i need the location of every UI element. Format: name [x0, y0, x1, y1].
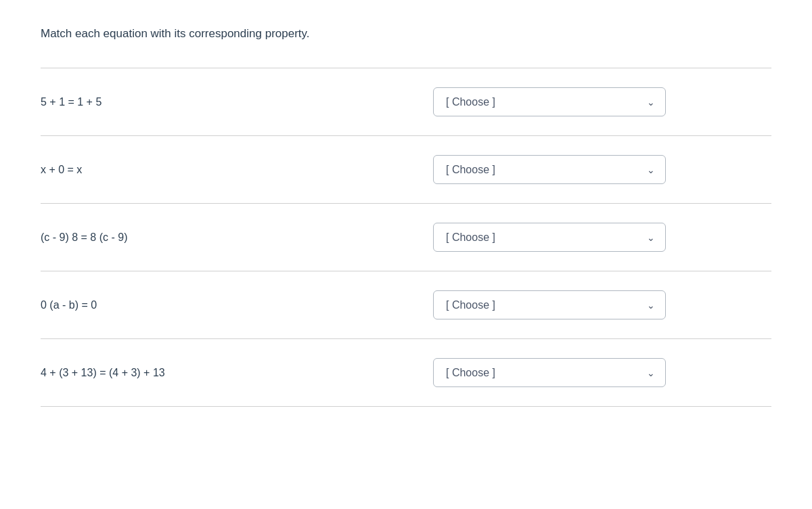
dropdown-wrapper-2: [ Choose ]Commutative Property of Additi… [433, 155, 666, 184]
equation-text-5: 4 + (3 + 13) = (4 + 3) + 13 [41, 367, 379, 379]
equation-row-3: (c - 9) 8 = 8 (c - 9)[ Choose ]Commutati… [41, 203, 771, 271]
equation-row-4: 0 (a - b) = 0[ Choose ]Commutative Prope… [41, 271, 771, 338]
equation-text-4: 0 (a - b) = 0 [41, 299, 379, 311]
dropdown-select-2[interactable]: [ Choose ]Commutative Property of Additi… [433, 155, 666, 184]
equation-row-2: x + 0 = x[ Choose ]Commutative Property … [41, 135, 771, 203]
dropdown-select-5[interactable]: [ Choose ]Commutative Property of Additi… [433, 358, 666, 387]
dropdown-select-3[interactable]: [ Choose ]Commutative Property of Additi… [433, 223, 666, 252]
equation-text-3: (c - 9) 8 = 8 (c - 9) [41, 231, 379, 244]
equation-text-1: 5 + 1 = 1 + 5 [41, 96, 379, 108]
dropdown-cell-5: [ Choose ]Commutative Property of Additi… [406, 358, 771, 387]
page-container: Match each equation with its correspondi… [0, 0, 812, 434]
dropdown-cell-1: [ Choose ]Commutative Property of Additi… [406, 87, 771, 116]
dropdown-wrapper-5: [ Choose ]Commutative Property of Additi… [433, 358, 666, 387]
dropdown-select-4[interactable]: [ Choose ]Commutative Property of Additi… [433, 290, 666, 319]
dropdown-wrapper-1: [ Choose ]Commutative Property of Additi… [433, 87, 666, 116]
dropdown-cell-3: [ Choose ]Commutative Property of Additi… [406, 223, 771, 252]
dropdown-wrapper-4: [ Choose ]Commutative Property of Additi… [433, 290, 666, 319]
dropdown-cell-4: [ Choose ]Commutative Property of Additi… [406, 290, 771, 319]
equation-row-5: 4 + (3 + 13) = (4 + 3) + 13[ Choose ]Com… [41, 338, 771, 407]
equation-text-2: x + 0 = x [41, 164, 379, 176]
instructions-text: Match each equation with its correspondi… [41, 27, 771, 41]
dropdown-select-1[interactable]: [ Choose ]Commutative Property of Additi… [433, 87, 666, 116]
equation-row-1: 5 + 1 = 1 + 5[ Choose ]Commutative Prope… [41, 68, 771, 135]
dropdown-cell-2: [ Choose ]Commutative Property of Additi… [406, 155, 771, 184]
dropdown-wrapper-3: [ Choose ]Commutative Property of Additi… [433, 223, 666, 252]
equation-table: 5 + 1 = 1 + 5[ Choose ]Commutative Prope… [41, 68, 771, 407]
